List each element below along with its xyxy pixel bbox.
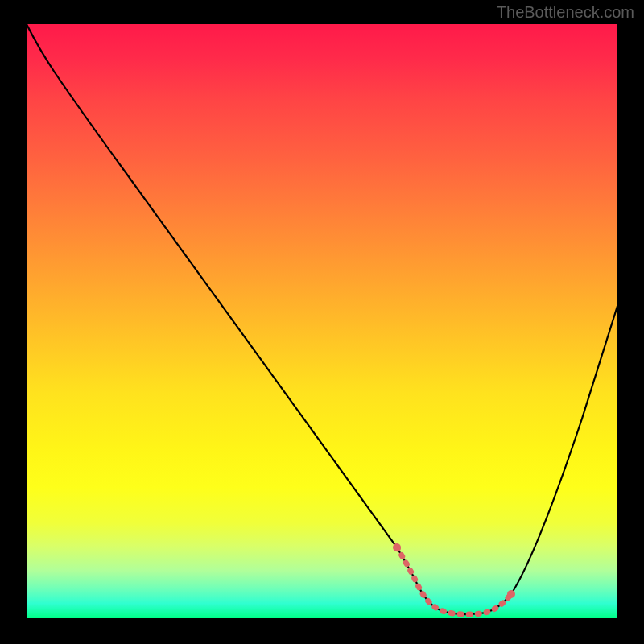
curve-svg bbox=[27, 24, 617, 618]
main-curve bbox=[27, 24, 617, 614]
plot-area bbox=[27, 24, 617, 618]
watermark-text: TheBottleneck.com bbox=[497, 3, 634, 22]
highlight-curve bbox=[397, 547, 511, 614]
highlight-dot-right bbox=[507, 590, 515, 598]
